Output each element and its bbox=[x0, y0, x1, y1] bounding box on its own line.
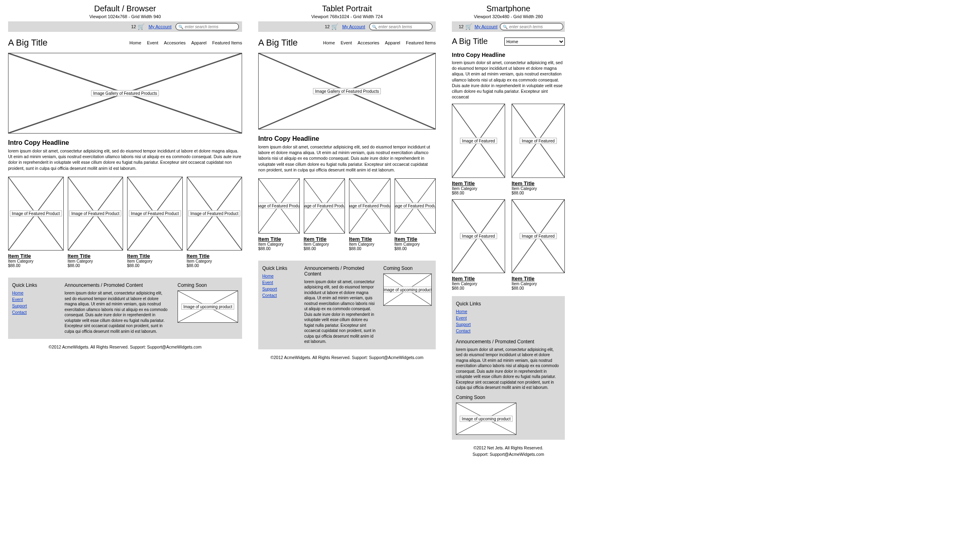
breakpoint-title: Smartphone bbox=[452, 4, 565, 13]
item-category: Item Category bbox=[452, 282, 505, 286]
product-card[interactable]: Image of Featured Product Item Title Ite… bbox=[258, 178, 300, 251]
item-title[interactable]: Item Title bbox=[349, 236, 391, 242]
nav-item[interactable]: Accesories bbox=[357, 40, 379, 45]
footer-link[interactable]: Event bbox=[12, 297, 56, 302]
search-input[interactable] bbox=[185, 25, 236, 29]
search-input[interactable] bbox=[509, 25, 560, 29]
product-card[interactable]: Image of Featured Product Item Title Ite… bbox=[304, 178, 345, 251]
product-card[interactable]: Image of Featured Product Item Title Ite… bbox=[187, 177, 242, 268]
placeholder-label: Image of Featured Product bbox=[188, 211, 240, 217]
coming-soon-image[interactable]: Image of upcoming product bbox=[383, 274, 432, 306]
item-title[interactable]: Item Title bbox=[187, 253, 242, 259]
footer-block: Quick Links Home Event Support Contact A… bbox=[452, 296, 565, 440]
product-card[interactable]: Image of Featured Item Title Item Catego… bbox=[512, 104, 565, 195]
breakpoint-meta: Viewport 320x480 - Grid Width 280 bbox=[452, 14, 565, 19]
search-field[interactable]: 🔍 bbox=[500, 23, 563, 30]
item-title[interactable]: Item Title bbox=[452, 276, 505, 282]
item-title[interactable]: Item Title bbox=[304, 236, 345, 242]
copyright: ©2012 AcmeWidgets. All Rights Reserved. … bbox=[258, 355, 436, 360]
announcements-title: Announcements / Promoted Content bbox=[456, 339, 561, 345]
item-category: Item Category bbox=[349, 242, 391, 246]
my-account-link[interactable]: My Account bbox=[474, 24, 497, 29]
placeholder-label: Image of upcoming product bbox=[181, 304, 234, 310]
intro-copy: lorem ipsum dolor sit amet, consectetur … bbox=[452, 60, 565, 100]
search-field[interactable]: 🔍 bbox=[369, 23, 433, 30]
hero-gallery[interactable]: Image Gallery of Featured Products bbox=[8, 53, 242, 134]
placeholder-label: Image of Featured Product bbox=[304, 203, 345, 209]
intro-headline: Intro Copy Headline bbox=[8, 139, 242, 146]
site-title: A Big Title bbox=[258, 38, 298, 48]
product-card[interactable]: Image of Featured Product Item Title Ite… bbox=[349, 178, 391, 251]
coming-soon-title: Coming Soon bbox=[383, 265, 432, 271]
nav-item[interactable]: Featured Items bbox=[212, 40, 242, 45]
hero-gallery[interactable]: Image Gallery of Featured Products bbox=[258, 53, 436, 129]
search-input[interactable] bbox=[378, 25, 430, 29]
item-category: Item Category bbox=[258, 242, 300, 246]
search-field[interactable]: 🔍 bbox=[176, 23, 239, 30]
placeholder-label: Image of Featured Product bbox=[395, 203, 436, 209]
footer-link[interactable]: Home bbox=[12, 290, 56, 295]
item-title[interactable]: Item Title bbox=[512, 276, 565, 282]
footer-link[interactable]: Contact bbox=[12, 310, 56, 315]
nav-item[interactable]: Event bbox=[147, 40, 158, 45]
footer-link[interactable]: Event bbox=[262, 280, 299, 285]
item-category: Item Category bbox=[127, 259, 183, 263]
footer-link[interactable]: Support bbox=[456, 322, 561, 327]
nav-select[interactable]: Home bbox=[504, 38, 565, 46]
item-title[interactable]: Item Title bbox=[452, 180, 505, 186]
product-card[interactable]: Image of Featured Product Item Title Ite… bbox=[395, 178, 436, 251]
item-category: Item Category bbox=[452, 186, 505, 191]
nav-item[interactable]: Accesories bbox=[164, 40, 186, 45]
footer-link[interactable]: Support bbox=[12, 303, 56, 308]
cart-icon[interactable]: 🛒 bbox=[138, 23, 144, 30]
nav-item[interactable]: Featured Items bbox=[406, 40, 436, 45]
footer-link[interactable]: Event bbox=[456, 315, 561, 320]
footer-link[interactable]: Contact bbox=[262, 293, 299, 298]
layout-desktop: Default / Browser Viewport 1024x768 - Gr… bbox=[8, 4, 242, 349]
copyright-line1: ©2012 Net Jets. All Rights Reserved. bbox=[452, 445, 565, 450]
coming-soon-title: Coming Soon bbox=[456, 395, 561, 400]
item-price: $88.00 bbox=[304, 246, 345, 251]
item-price: $88.00 bbox=[452, 191, 505, 195]
product-card[interactable]: Image of Featured Product Item Title Ite… bbox=[8, 177, 64, 268]
item-title[interactable]: Item Title bbox=[395, 236, 436, 242]
my-account-link[interactable]: My Account bbox=[148, 24, 171, 29]
item-title[interactable]: Item Title bbox=[127, 253, 183, 259]
nav-item[interactable]: Home bbox=[323, 40, 335, 45]
announcements: Announcements / Promoted Content lorem i… bbox=[304, 265, 378, 345]
nav-item[interactable]: Event bbox=[341, 40, 352, 45]
top-bar: 12 🛒 My Account 🔍 bbox=[452, 21, 565, 32]
placeholder-label: Image of Featured bbox=[460, 138, 497, 144]
my-account-link[interactable]: My Account bbox=[342, 24, 365, 29]
footer-link[interactable]: Contact bbox=[456, 328, 561, 333]
nav-item[interactable]: Apparel bbox=[385, 40, 400, 45]
footer-link[interactable]: Home bbox=[456, 309, 561, 314]
product-card[interactable]: Image of Featured Item Title Item Catego… bbox=[512, 199, 565, 290]
product-card[interactable]: Image of Featured Product Item Title Ite… bbox=[68, 177, 123, 268]
coming-soon: Coming Soon Image of upcoming product bbox=[456, 395, 561, 435]
coming-soon-image[interactable]: Image of upcoming product bbox=[178, 290, 238, 323]
footer-link[interactable]: Home bbox=[262, 274, 299, 278]
search-icon: 🔍 bbox=[372, 25, 377, 29]
product-card[interactable]: Image of Featured Item Title Item Catego… bbox=[452, 104, 505, 195]
placeholder-label: Image of Featured Product bbox=[10, 211, 62, 217]
product-card[interactable]: Image of Featured Item Title Item Catego… bbox=[452, 199, 505, 290]
nav-item[interactable]: Home bbox=[130, 40, 141, 45]
item-price: $88.00 bbox=[258, 246, 300, 251]
item-category: Item Category bbox=[304, 242, 345, 246]
item-title[interactable]: Item Title bbox=[258, 236, 300, 242]
cart-icon[interactable]: 🛒 bbox=[465, 23, 472, 30]
quick-links-title: Quick Links bbox=[456, 301, 561, 307]
placeholder-label: Image of Featured bbox=[520, 233, 557, 239]
item-title[interactable]: Item Title bbox=[68, 253, 123, 259]
nav-item[interactable]: Apparel bbox=[191, 40, 207, 45]
item-title[interactable]: Item Title bbox=[512, 180, 565, 186]
product-card[interactable]: Image of Featured Product Item Title Ite… bbox=[127, 177, 183, 268]
quick-links-title: Quick Links bbox=[12, 282, 56, 288]
item-price: $88.00 bbox=[512, 286, 565, 290]
footer-link[interactable]: Support bbox=[262, 286, 299, 291]
placeholder-label: Image of Featured bbox=[460, 233, 497, 239]
coming-soon-image[interactable]: Image of upcoming product bbox=[456, 403, 516, 435]
item-title[interactable]: Item Title bbox=[8, 253, 64, 259]
cart-icon[interactable]: 🛒 bbox=[331, 23, 338, 30]
